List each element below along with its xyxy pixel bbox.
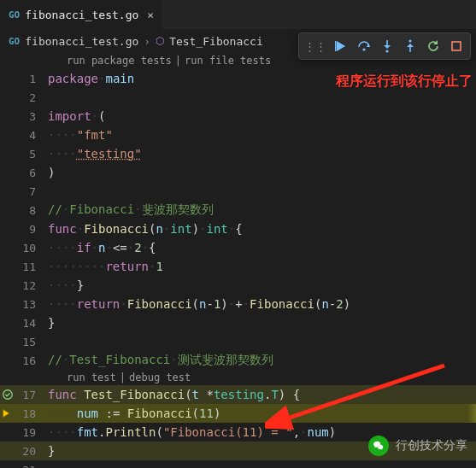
- codelens-divider: |: [175, 55, 181, 67]
- line-number: 7: [15, 185, 48, 198]
- stop-button[interactable]: [446, 36, 467, 56]
- codelens-run-package-tests[interactable]: run package tests: [67, 55, 172, 67]
- codelens-divider: |: [120, 371, 126, 383]
- line-number: 15: [15, 336, 48, 348]
- line-number: 11: [15, 260, 48, 273]
- function-icon: ⬡: [156, 35, 164, 47]
- codelens-debug-test[interactable]: debug test: [129, 371, 191, 383]
- line-number: 12: [15, 279, 48, 292]
- line-number: 6: [15, 167, 48, 179]
- line-number: 14: [15, 317, 48, 330]
- codelens-run-file-tests[interactable]: run file tests: [185, 55, 271, 67]
- line-number: 2: [15, 91, 48, 104]
- code-line: }: [48, 316, 55, 330]
- line-number: 9: [15, 223, 48, 236]
- go-file-icon: GO: [9, 9, 20, 20]
- svg-point-1: [362, 48, 365, 50]
- svg-point-3: [408, 39, 411, 42]
- breadcrumb-symbol[interactable]: Test_Fibonacci: [169, 35, 263, 48]
- code-line: ····return·Fibonacci(n-1)·+·Fibonacci(n-…: [48, 297, 350, 311]
- code-line: //·Fibonacci·斐波那契数列: [48, 202, 214, 218]
- restart-button[interactable]: [423, 36, 444, 56]
- line-number: 21: [15, 464, 48, 469]
- code-line: ····fmt.Println("Fibonacci(11) = ",·num): [48, 425, 336, 439]
- codelens-test: run test | debug test: [0, 370, 476, 385]
- line-number: 19: [15, 426, 48, 439]
- line-number: 20: [15, 445, 48, 458]
- tab-filename: fibonacci_test.go: [25, 9, 138, 21]
- code-line: package·main: [48, 72, 134, 85]
- code-line: ····if·n·<=·2·{: [48, 241, 156, 254]
- code-line: func·Test_Fibonacci(t·*testing.T)·{: [48, 388, 300, 401]
- close-icon[interactable]: ×: [147, 9, 154, 21]
- chevron-right-icon: ›: [144, 35, 150, 48]
- line-number: 4: [15, 129, 48, 142]
- svg-rect-4: [452, 42, 461, 50]
- line-number: 3: [15, 110, 48, 123]
- svg-rect-0: [335, 41, 337, 51]
- code-line: ········return·1: [48, 260, 163, 273]
- watermark: 行创技术分享: [368, 436, 467, 456]
- breadcrumb-file[interactable]: fibonacci_test.go: [25, 35, 138, 48]
- code-line: ····"testing": [48, 147, 142, 161]
- continue-button[interactable]: [331, 36, 351, 56]
- watermark-text: 行创技术分享: [396, 438, 467, 453]
- annotation-text: 程序运行到该行停止了: [336, 73, 473, 91]
- code-line: func·Fibonacci(n·int)·int·{: [48, 222, 243, 236]
- code-editor[interactable]: 1package·main 2 3import·( 4····"fmt" 5··…: [0, 69, 476, 468]
- code-line: ····"fmt": [48, 128, 113, 142]
- code-line: import·(: [48, 109, 105, 123]
- line-number: 5: [15, 148, 48, 161]
- code-line: ): [48, 166, 55, 179]
- go-file-icon: GO: [9, 36, 20, 47]
- line-number: 10: [15, 242, 48, 254]
- step-out-button[interactable]: [400, 36, 420, 56]
- code-line: ····num·:=·Fibonacci(11): [48, 407, 220, 420]
- debug-toolbar: ⋮⋮: [298, 32, 471, 60]
- editor-tabbar: GO fibonacci_test.go ×: [0, 0, 476, 30]
- svg-point-2: [385, 50, 388, 52]
- code-line: ····}: [48, 278, 84, 292]
- line-number: 16: [15, 354, 48, 367]
- code-line: //·Test_Fibonacci·测试斐波那契数列: [48, 353, 273, 368]
- step-into-button[interactable]: [377, 36, 397, 56]
- line-number: 8: [15, 204, 48, 217]
- code-line: }: [48, 444, 55, 458]
- line-number: 18: [15, 407, 48, 420]
- line-number: 1: [15, 73, 48, 85]
- line-number: 13: [15, 298, 48, 311]
- wechat-icon: [368, 436, 389, 456]
- step-over-button[interactable]: [354, 36, 374, 56]
- drag-handle-icon[interactable]: ⋮⋮: [303, 40, 328, 53]
- current-execution-icon: [0, 404, 15, 423]
- line-number: 17: [15, 389, 48, 401]
- breakpoint-verified-icon[interactable]: [0, 385, 15, 404]
- file-tab-fibonacci-test[interactable]: GO fibonacci_test.go ×: [0, 0, 163, 29]
- codelens-run-test[interactable]: run test: [67, 371, 116, 383]
